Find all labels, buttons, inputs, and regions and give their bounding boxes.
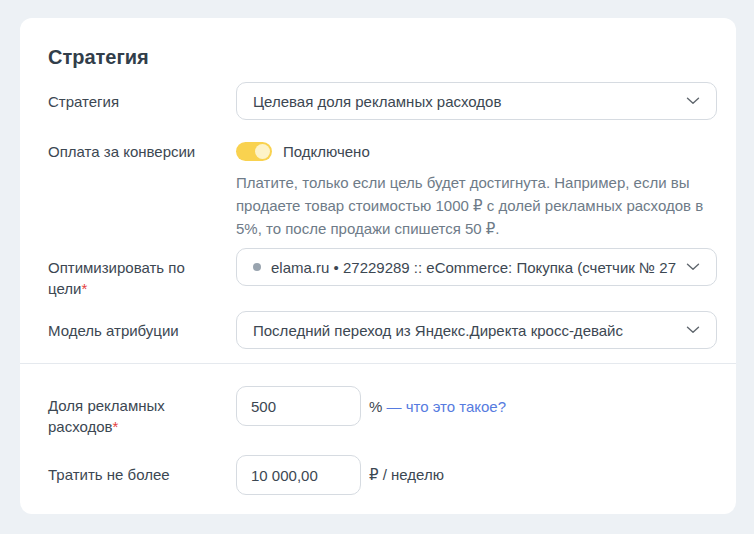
attribution-model-select[interactable]: Последний переход из Яндекс.Директа крос…: [236, 311, 717, 349]
chevron-down-icon: [686, 97, 700, 105]
attribution-model-select-value: Последний переход из Яндекс.Директа крос…: [253, 322, 676, 339]
percent-suffix: % — что это такое?: [369, 398, 506, 415]
required-asterisk: *: [113, 418, 119, 435]
attribution-model-label: Модель атрибуции: [48, 311, 236, 341]
toggle-state-label: Подключено: [283, 143, 370, 160]
ad-spend-share-row: Доля рекламных расходов* % — что это так…: [48, 386, 717, 437]
optimize-goal-select[interactable]: elama.ru • 27229289 :: eCommerce: Покупк…: [236, 248, 717, 286]
strategy-label: Стратегия: [48, 82, 236, 112]
what-is-it-link[interactable]: — что это такое?: [387, 398, 507, 415]
goal-status-dot-icon: [253, 263, 261, 271]
weekly-limit-row: Тратить не более ₽ / неделю: [48, 455, 717, 495]
ad-spend-share-label: Доля рекламных расходов*: [48, 386, 236, 437]
page-title: Стратегия: [48, 44, 717, 70]
toggle-knob: [255, 144, 270, 159]
strategy-settings-card: Стратегия Стратегия Целевая доля рекламн…: [20, 18, 736, 514]
attribution-model-row: Модель атрибуции Последний переход из Ян…: [48, 311, 717, 349]
strategy-select[interactable]: Целевая доля рекламных расходов: [236, 82, 717, 120]
weekly-limit-input[interactable]: [236, 455, 361, 495]
chevron-down-icon: [686, 263, 700, 271]
strategy-select-value: Целевая доля рекламных расходов: [253, 93, 676, 110]
pay-per-conversion-description: Платите, только если цель будет достигну…: [236, 171, 715, 240]
chevron-down-icon: [686, 326, 700, 334]
weekly-limit-label: Тратить не более: [48, 455, 236, 485]
ad-spend-share-input[interactable]: [236, 386, 361, 426]
section-divider: [20, 363, 736, 364]
optimize-goal-select-value: elama.ru • 27229289 :: eCommerce: Покупк…: [271, 259, 676, 276]
required-asterisk: *: [81, 280, 87, 297]
optimize-goal-label: Оптимизировать по цели*: [48, 248, 236, 299]
pay-per-conversion-row: Оплата за конверсии Подключено Платите, …: [48, 140, 717, 240]
optimize-goal-row: Оптимизировать по цели* elama.ru • 27229…: [48, 248, 717, 299]
pay-per-conversion-toggle[interactable]: [236, 142, 272, 161]
currency-per-week-suffix: ₽ / неделю: [369, 466, 444, 484]
pay-per-conversion-label: Оплата за конверсии: [48, 140, 236, 162]
strategy-row: Стратегия Целевая доля рекламных расходо…: [48, 82, 717, 120]
